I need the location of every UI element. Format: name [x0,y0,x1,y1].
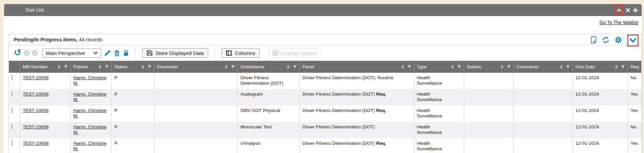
sort-icon[interactable] [99,65,102,69]
filter-icon[interactable] [105,65,109,69]
select-all-header[interactable] [9,61,20,73]
row-checkbox[interactable] [12,91,12,97]
table-row: TEST-10008 Harris, Christine M. P Monocu… [9,122,641,138]
table-row: TEST-10008 Harris, Christine M. P Urinal… [9,138,641,153]
cell-type: Health Surveillance [414,138,464,153]
filter-icon[interactable] [457,65,461,69]
cell-mr-number: TEST-10008 [20,73,70,89]
move-icon[interactable] [633,8,638,13]
column-header-status[interactable]: Status [111,61,154,73]
column-header-panel[interactable]: Panel [299,61,414,73]
prev-perspective-button[interactable]: ‹ [24,50,30,56]
cell-patient: Harris, Christine M. [70,73,111,89]
chevron-down-icon[interactable] [629,38,636,43]
due-list-titlebar: Due List [4,4,642,16]
column-header-mr-number[interactable]: MR Number [20,61,70,73]
cell-select [9,73,20,89]
sort-icon[interactable] [501,65,504,69]
cell-comments [513,106,573,122]
filter-icon[interactable] [231,65,235,69]
filter-icon[interactable] [566,65,570,69]
sort-icon[interactable] [560,65,563,69]
refresh-icon[interactable] [602,36,609,44]
cell-status: P [111,106,154,122]
panel-text: Driver Fitness Determination (DOT) [303,92,376,97]
panel-req-flag: Req. [376,92,386,97]
cell-encounter [154,138,238,153]
patient-link[interactable]: Harris, Christine M. [73,75,107,86]
display-options-button: Display Options [268,48,322,58]
column-header-encounter[interactable]: Encounter [154,61,238,73]
sort-icon[interactable] [451,65,454,69]
column-label: Patient [73,64,88,69]
cell-req: Yes [628,89,641,106]
column-label: Due Date [576,64,595,69]
lock-icon[interactable] [123,50,129,56]
patient-link[interactable]: Harris, Christine M. [73,108,107,119]
close-icon[interactable] [626,8,630,13]
sort-icon[interactable] [401,65,404,69]
cell-panel: Driver Fitness Determination (DOT) Req. [299,106,414,122]
row-checkbox[interactable] [12,108,12,113]
cell-patient: Harris, Christine M. [70,106,111,122]
mr-number-link[interactable]: TEST-10008 [23,75,49,80]
mr-number-link[interactable]: TEST-10008 [23,108,49,113]
undo-icon[interactable]: ↺ [14,48,22,57]
filter-icon[interactable] [507,65,511,69]
column-header-comments[interactable]: Comments [513,61,573,73]
sort-icon[interactable] [225,65,228,69]
type-text: Health Surveillance [417,75,447,86]
cell-encounter [154,89,238,106]
mr-number-link[interactable]: TEST-10008 [23,124,49,129]
row-checkbox[interactable] [12,140,12,146]
cell-status: P [111,138,154,153]
next-perspective-button[interactable]: › [32,50,38,56]
column-header-req[interactable]: Req [628,61,641,73]
columns-button[interactable]: Columns [222,48,259,58]
store-displayed-data-button[interactable]: Store Displayed Data [142,48,209,58]
mr-number-link[interactable]: TEST-10008 [23,92,49,97]
edit-pencil-icon[interactable] [104,50,111,56]
patient-link[interactable]: Harris, Christine M. [73,92,107,102]
new-document-icon[interactable] [590,36,597,44]
panel-text: Driver Fitness Determination (DOT) [303,124,375,129]
column-header-type[interactable]: Type [414,61,464,73]
cell-due-date: 12-01-2024 [573,73,628,89]
cell-encounter [154,106,238,122]
column-label: MR Number [23,64,48,69]
patient-link[interactable]: Harris, Christine M. [73,124,107,135]
sort-icon[interactable] [615,65,618,69]
panel-text: Driver Fitness Determination (DOT) [303,141,376,146]
panel-title: Pending/In Progress Items, 44 records [14,37,102,42]
column-header-ordername[interactable]: OrderName [238,61,299,73]
column-header-station[interactable]: Station [464,61,513,73]
column-header-patient[interactable]: Patient [70,61,111,73]
cell-comments [513,138,573,153]
sort-icon[interactable] [58,65,61,69]
patient-link[interactable]: Harris, Christine M. [73,141,107,151]
filter-icon[interactable] [64,65,68,69]
delete-trash-icon[interactable] [114,50,120,56]
cell-due-date: 12-01-2024 [573,138,628,153]
mr-number-link[interactable]: TEST-10008 [23,141,49,146]
filter-icon[interactable] [621,65,625,69]
grid-icon [272,51,278,56]
go-to-waitlist-link[interactable]: Go To The Waitlist [600,20,638,25]
cell-station [464,122,513,138]
filter-icon[interactable] [293,65,297,69]
filter-icon[interactable] [148,65,151,69]
row-checkbox[interactable] [12,124,12,130]
sort-icon[interactable] [287,65,290,69]
chevron-up-icon[interactable] [617,8,621,12]
column-header-due-date[interactable]: Due Date [573,61,628,73]
sort-icon[interactable] [142,65,144,69]
perspective-select[interactable]: Main Perspective [42,48,101,58]
cell-station [464,89,513,106]
panel-title-text: Pending/In Progress Items, [14,37,78,42]
filter-icon[interactable] [407,65,411,69]
cell-status: P [111,89,154,106]
cell-order-name: Monocular Test [238,122,299,138]
gear-icon[interactable] [615,36,622,44]
cell-type: Health Surveillance [414,89,464,106]
row-checkbox[interactable] [12,75,12,81]
